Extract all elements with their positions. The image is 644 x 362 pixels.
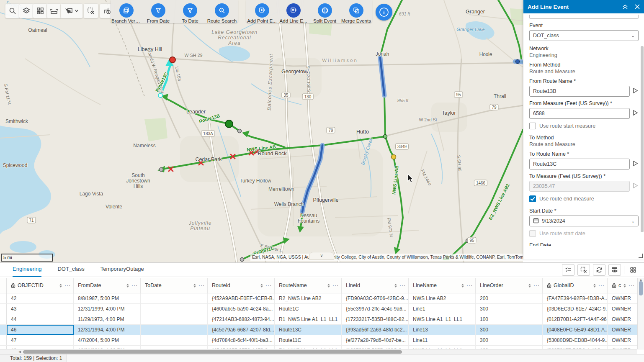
table-cell[interactable]: R2_NWS Line AB2 — [275, 293, 342, 303]
map-view[interactable]: OatmealLiberty HillSmithwickNamelessSpic… — [0, 0, 523, 262]
table-cell[interactable]: Route13C — [275, 325, 342, 335]
table-tab-engineering[interactable]: Engineering — [13, 263, 41, 277]
sort-icon[interactable] — [327, 284, 330, 288]
table-cell[interactable]: {452A9ABD-E0EF-4CEB-B... — [208, 293, 275, 303]
table-tab-temporaryoutage[interactable]: TemporaryOutage — [100, 263, 144, 276]
table-cell[interactable]: 300 — [476, 304, 543, 314]
use-route-start-measure-row[interactable]: Use route start measure — [529, 123, 639, 129]
table-cell[interactable]: R1_NWS Line A1_L1_LL1 — [275, 346, 342, 349]
column-menu-icon[interactable]: ··· — [629, 282, 635, 288]
event-select[interactable]: DOT_class ⌄ — [529, 30, 639, 41]
table-cell[interactable]: 100 — [476, 346, 543, 349]
table-cell[interactable]: {17233217-535B-488C-82... — [342, 314, 409, 324]
table-cell[interactable]: 11/29/1973, 4:00 PM — [74, 314, 141, 324]
start-date-input[interactable]: 9/13/2024 ⌄ — [529, 216, 639, 226]
table-cell[interactable]: OWNER — [608, 314, 638, 324]
table-row[interactable]: 474/7/2004, 5:00 PM{4d7084c8-6cf4-40f1-b… — [0, 335, 644, 346]
toolbar-button-to-date[interactable]: To Date — [175, 0, 205, 23]
use-route-end-measure-row[interactable]: Use route end measure — [529, 195, 639, 202]
collapse-panel-icon[interactable] — [622, 4, 629, 10]
table-cell[interactable]: 47 — [7, 335, 74, 345]
table-cell[interactable]: {4600abc5-ba90-4e24-8a... — [208, 304, 275, 314]
column-menu-icon[interactable]: ··· — [265, 282, 272, 288]
sort-icon[interactable] — [528, 284, 531, 288]
toolbar-button-merge-events[interactable]: Merge Events — [341, 0, 371, 23]
table-cell[interactable]: 42 — [7, 293, 74, 303]
table-cell[interactable]: {012B70B1-A2F7-4A4F-96... — [543, 314, 608, 324]
table-row[interactable]: 4411/29/1973, 4:00 PM{47214AB3-6882-4873… — [0, 314, 644, 325]
table-cell[interactable]: 43 — [7, 304, 74, 314]
panel-scrollbar[interactable] — [641, 46, 644, 232]
table-row[interactable]: 4612/31/1994, 4:00 PM{4c5e79a6-6687-4207… — [0, 325, 644, 335]
table-cell[interactable]: {4c5e79a6-6687-4207-8fd... — [208, 325, 275, 335]
column-header-lineorder[interactable]: LineOrder··· — [476, 278, 543, 293]
table-cell[interactable]: {FA47E394-92F8-4D3B-A... — [543, 293, 608, 303]
table-cell[interactable]: 4/7/2004, 5:00 PM — [74, 335, 141, 345]
table-cell[interactable]: {47214AB3-6882-4873-94... — [208, 314, 275, 324]
refresh-button[interactable] — [593, 264, 605, 276]
column-header-routeid[interactable]: RouteId··· — [208, 278, 275, 293]
table-cell[interactable]: NWS Line A1_L1_LL1 — [409, 346, 476, 349]
column-header-fromdate[interactable]: FromDate··· — [74, 278, 141, 293]
table-tab-dot_class[interactable]: DOT_class — [57, 263, 84, 276]
table-cell[interactable]: Route1C — [275, 304, 342, 314]
use-route-end-measure-checkbox[interactable] — [529, 195, 536, 202]
from-route-name-input[interactable]: Route13B — [529, 86, 630, 97]
column-header-todate[interactable]: ToDate··· — [141, 278, 208, 293]
table-cell[interactable]: Line13 — [409, 325, 476, 335]
table-row[interactable]: 428/8/1987, 5:00 PM{452A9ABD-E0EF-4CEB-B… — [0, 293, 644, 304]
sort-icon[interactable] — [623, 284, 626, 288]
table-cell[interactable]: {55e3997d-2ffc-4e4c-9a6... — [342, 304, 409, 314]
table-cell[interactable]: 200 — [476, 293, 543, 303]
clear-table-selection-button[interactable] — [577, 264, 590, 276]
layers-button[interactable] — [19, 3, 34, 18]
toolbar-button-branch-vers[interactable]: Branch Vers... — [111, 0, 142, 23]
toolbar-button-add-point-e[interactable]: Add Point E... — [247, 0, 277, 23]
table-cell[interactable] — [141, 346, 208, 349]
column-menu-icon[interactable]: ··· — [131, 282, 138, 288]
table-cell[interactable]: {FD90A03C-9706-42BC-9... — [342, 293, 409, 303]
table-cell[interactable]: OWNER — [608, 293, 638, 303]
attribution-collapse-button[interactable]: ∨ — [309, 252, 334, 260]
table-cell[interactable] — [141, 335, 208, 345]
table-cell[interactable]: {18973217-535B-488C-8... — [342, 346, 409, 349]
toolbar-button-from-date[interactable]: From Date — [143, 0, 173, 23]
table-cell[interactable]: OWNER — [608, 304, 638, 314]
table-cell[interactable]: 100 — [476, 314, 543, 324]
sort-icon[interactable] — [461, 284, 464, 288]
table-cell[interactable]: OWNER — [608, 325, 638, 335]
column-header-objectid[interactable]: OBJECTID··· — [7, 278, 74, 293]
sort-icon[interactable] — [126, 284, 129, 288]
show-selected-button[interactable] — [562, 264, 574, 276]
table-cell[interactable]: 12/31/1994, 4:00 PM — [74, 325, 141, 335]
table-cell[interactable]: OWNER — [608, 346, 638, 349]
table-cell[interactable] — [141, 304, 208, 314]
table-cell[interactable] — [141, 314, 208, 324]
table-cell[interactable] — [141, 325, 208, 335]
sort-icon[interactable] — [193, 284, 196, 288]
column-header-lineid[interactable]: LineId··· — [342, 278, 409, 293]
info-button[interactable] — [376, 4, 392, 21]
table-cell[interactable]: {ef277a28-79d6-40d7-be... — [342, 335, 409, 345]
toolbar-button-route-search[interactable]: Route Search — [207, 0, 237, 23]
table-vertical-scrollbar[interactable]: ▲ — [637, 278, 644, 349]
pick-from-map-icon[interactable] — [632, 160, 639, 168]
pick-from-map-icon[interactable] — [632, 87, 639, 95]
table-cell[interactable]: {393ad56f-2a63-48fd-bc2... — [342, 325, 409, 335]
table-cell[interactable]: Line1 — [409, 304, 476, 314]
column-menu-icon[interactable]: ··· — [64, 282, 71, 288]
table-cell[interactable]: R1_NWS Line A1_L1_LL1 — [275, 314, 342, 324]
table-cell[interactable]: 48 — [7, 346, 74, 349]
column-visibility-button[interactable] — [608, 264, 621, 276]
panel-resize-handle[interactable] — [639, 254, 643, 258]
table-cell[interactable]: OWNER — [608, 335, 638, 345]
table-actions-button[interactable] — [627, 264, 639, 275]
scroll-left-arrow[interactable]: ◀ — [18, 350, 21, 354]
table-cell[interactable]: NWS Line A1_L1_LL1 — [409, 314, 476, 324]
table-cell[interactable]: Line11 — [409, 335, 476, 345]
column-menu-icon[interactable]: ··· — [198, 282, 205, 288]
sort-icon[interactable] — [394, 284, 397, 288]
table-cell[interactable]: {0408E0FC-5E49-48D1-A... — [543, 325, 608, 335]
use-route-start-measure-checkbox[interactable] — [529, 123, 536, 129]
table-cell[interactable]: Route11C — [275, 335, 342, 345]
